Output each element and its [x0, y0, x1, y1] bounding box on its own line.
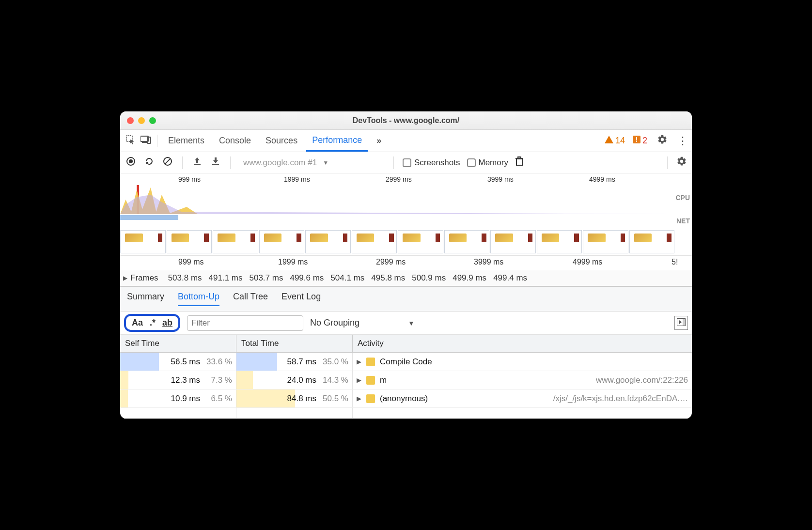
- col-activity[interactable]: Activity: [353, 335, 692, 352]
- filmstrip-frame[interactable]: [490, 230, 536, 253]
- record-button[interactable]: [125, 156, 137, 169]
- clear-button[interactable]: [162, 156, 173, 169]
- separator: [230, 156, 231, 169]
- cell-self-time: 12.3 ms7.3 %: [120, 371, 236, 389]
- expand-icon[interactable]: ▶: [123, 275, 127, 281]
- table-row[interactable]: 10.9 ms6.5 %84.8 ms50.5 %▶(anonymous)/xj…: [120, 390, 692, 408]
- tab-elements[interactable]: Elements: [162, 131, 210, 151]
- whole-word-button[interactable]: ab: [162, 318, 172, 328]
- grouping-label: No Grouping: [310, 318, 359, 328]
- expand-icon[interactable]: ▶: [357, 358, 361, 365]
- delete-profile-icon[interactable]: [515, 156, 524, 169]
- activity-source[interactable]: /xjs/_/js/k=xjs.hd.en.fdzp62cEnDA.…: [553, 394, 692, 404]
- table-body: 56.5 ms33.6 %58.7 ms35.0 %▶Compile Code1…: [120, 353, 692, 408]
- filmstrip-frame[interactable]: [352, 230, 397, 253]
- self-pc: 33.6 %: [203, 357, 232, 367]
- tabs-overflow-button[interactable]: »: [371, 131, 387, 151]
- frame-time: 495.8 ms: [371, 273, 405, 283]
- ruler-tick: 1999 ms: [284, 175, 310, 183]
- svg-rect-6: [636, 141, 637, 142]
- frame-time: 500.9 ms: [412, 273, 446, 283]
- checkbox-icon: [467, 158, 476, 167]
- total-pc: 50.5 %: [319, 394, 348, 404]
- filmstrip-frame[interactable]: [213, 230, 258, 253]
- subtab-bottom-up[interactable]: Bottom-Up: [178, 292, 219, 306]
- ruler-tick: 2999 ms: [376, 258, 406, 266]
- col-total-time[interactable]: Total Time: [236, 335, 353, 352]
- inspect-element-icon[interactable]: [124, 135, 137, 147]
- filter-input[interactable]: [187, 315, 303, 331]
- filmstrip-frame[interactable]: [537, 230, 582, 253]
- subtab-call-tree[interactable]: Call Tree: [233, 292, 268, 306]
- table-row[interactable]: 56.5 ms33.6 %58.7 ms35.0 %▶Compile Code: [120, 353, 692, 371]
- filmstrip-frame[interactable]: [120, 230, 166, 253]
- ruler-tick: 3999 ms: [487, 175, 514, 183]
- cell-activity: ▶mwww.google.com/:22:226: [353, 371, 692, 389]
- svg-rect-12: [212, 164, 219, 165]
- more-icon[interactable]: ⋮: [677, 135, 688, 147]
- cell-activity: ▶Compile Code: [353, 353, 692, 371]
- cell-total-time: 84.8 ms50.5 %: [236, 390, 353, 407]
- regex-button[interactable]: .*: [150, 318, 156, 328]
- filmstrip-frame[interactable]: [259, 230, 305, 253]
- total-ms: 84.8 ms: [287, 394, 316, 404]
- cell-self-time: 10.9 ms6.5 %: [120, 390, 236, 407]
- filmstrip-frame[interactable]: [583, 230, 628, 253]
- table-row[interactable]: 12.3 ms7.3 %24.0 ms14.3 %▶mwww.google.co…: [120, 371, 692, 390]
- warnings-badge[interactable]: 14: [605, 136, 625, 146]
- frames-track[interactable]: ▶ Frames 503.8 ms 491.1 ms 503.7 ms 499.…: [120, 270, 692, 287]
- ruler-tick: 1999 ms: [278, 258, 308, 266]
- settings-icon[interactable]: [657, 134, 668, 148]
- subtab-event-log[interactable]: Event Log: [281, 292, 321, 306]
- table-header: Self Time Total Time Activity: [120, 335, 692, 353]
- total-ms: 24.0 ms: [287, 375, 316, 385]
- filmstrip-frame[interactable]: [398, 230, 443, 253]
- table-row[interactable]: [120, 408, 692, 419]
- recording-selector[interactable]: www.google.com #1 ▼: [239, 158, 385, 168]
- flamechart-ruler: 999 ms 1999 ms 2999 ms 3999 ms 4999 ms 5…: [120, 256, 692, 270]
- errors-count: 2: [642, 136, 647, 146]
- errors-badge[interactable]: 2: [633, 136, 647, 146]
- details-tab-strip: Summary Bottom-Up Call Tree Event Log: [120, 287, 692, 312]
- svg-point-8: [129, 159, 133, 163]
- net-lane-label: NET: [676, 217, 690, 227]
- toggle-sidebar-icon[interactable]: [674, 316, 688, 330]
- grouping-selector[interactable]: No Grouping ▼: [310, 318, 415, 328]
- filmstrip-frame[interactable]: [629, 230, 675, 253]
- tab-performance[interactable]: Performance: [306, 130, 368, 152]
- col-self-time[interactable]: Self Time: [120, 335, 236, 352]
- ruler-tick: 999 ms: [178, 258, 203, 266]
- screenshots-toggle[interactable]: Screenshots: [403, 158, 460, 168]
- category-chip-icon: [366, 358, 375, 366]
- tab-console[interactable]: Console: [213, 131, 257, 151]
- error-icon: [633, 136, 640, 146]
- frame-time: 499.4 ms: [493, 273, 527, 283]
- self-pc: 6.5 %: [203, 394, 232, 404]
- frame-time: 499.6 ms: [290, 273, 324, 283]
- timeline-overview[interactable]: 999 ms 1999 ms 2999 ms 3999 ms 4999 ms C…: [120, 173, 692, 256]
- tab-sources[interactable]: Sources: [260, 131, 303, 151]
- capture-settings-icon[interactable]: [676, 156, 687, 170]
- window-title: DevTools - www.google.com/: [120, 116, 692, 125]
- filmstrip-frame[interactable]: [305, 230, 351, 253]
- separator: [667, 156, 668, 169]
- download-profile-icon[interactable]: [210, 156, 221, 169]
- activity-source[interactable]: www.google.com/:22:226: [596, 375, 692, 385]
- reload-button[interactable]: [143, 156, 155, 169]
- ruler-tick: 4999 ms: [573, 258, 602, 266]
- self-pc: 7.3 %: [203, 375, 232, 385]
- memory-toggle[interactable]: Memory: [467, 158, 508, 168]
- svg-rect-15: [518, 156, 521, 158]
- total-pc: 35.0 %: [319, 357, 348, 367]
- match-case-button[interactable]: Aa: [132, 318, 143, 328]
- expand-icon[interactable]: ▶: [357, 376, 361, 384]
- filmstrip-frame[interactable]: [444, 230, 490, 253]
- device-toolbar-icon[interactable]: [140, 135, 152, 146]
- svg-rect-11: [194, 164, 201, 165]
- filmstrip-frame[interactable]: [167, 230, 212, 253]
- expand-icon[interactable]: ▶: [357, 395, 361, 402]
- upload-profile-icon[interactable]: [191, 156, 203, 169]
- subtab-summary[interactable]: Summary: [127, 292, 164, 306]
- recording-label: www.google.com #1: [243, 158, 317, 168]
- activity-name: Compile Code: [380, 357, 432, 367]
